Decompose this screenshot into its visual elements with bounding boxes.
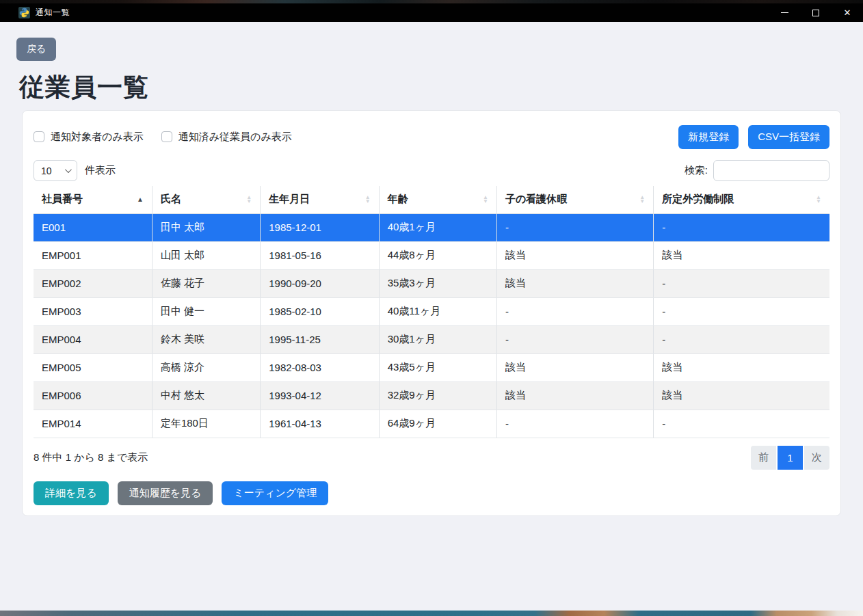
table-cell: 43歳5ヶ月 bbox=[379, 353, 496, 381]
table-cell: - bbox=[654, 410, 829, 438]
sort-icon: ▲▼ bbox=[246, 196, 252, 204]
sort-asc-icon: ▲▼ bbox=[137, 196, 144, 203]
window-controls: ✕ bbox=[769, 3, 863, 22]
pagination-page-1-button[interactable]: 1 bbox=[778, 446, 803, 470]
view-detail-button[interactable]: 詳細を見る bbox=[34, 481, 109, 505]
table-cell: 64歳9ヶ月 bbox=[379, 410, 496, 438]
table-cell: 1985-12-01 bbox=[261, 213, 379, 241]
column-header-label: 年齢 bbox=[388, 193, 408, 206]
table-cell: E001 bbox=[34, 213, 152, 241]
table-cell: EMP002 bbox=[34, 269, 152, 297]
maximize-button[interactable] bbox=[800, 3, 832, 22]
table-row[interactable]: EMP002佐藤 花子1990-09-2035歳3ヶ月該当- bbox=[34, 269, 829, 297]
filter-notified-employees[interactable]: 通知済み従業員のみ表示 bbox=[161, 131, 292, 144]
table-cell: 田中 健一 bbox=[152, 297, 260, 325]
table-cell: 1995-11-25 bbox=[261, 325, 379, 353]
table-cell: 40歳11ヶ月 bbox=[379, 297, 496, 325]
table-cell: EMP006 bbox=[34, 381, 152, 410]
column-header-label: 所定外労働制限 bbox=[662, 193, 734, 206]
table-cell: 中村 悠太 bbox=[152, 381, 260, 410]
table-cell: 定年180日 bbox=[152, 410, 260, 438]
table-row[interactable]: EMP003田中 健一1985-02-1040歳11ヶ月-- bbox=[34, 297, 829, 325]
table-cell: 山田 太郎 bbox=[152, 241, 260, 269]
table-cell: 該当 bbox=[654, 353, 829, 381]
employee-list-card: 通知対象者のみ表示 通知済み従業員のみ表示 新規登録 CSV一括登録 10 件表… bbox=[22, 110, 841, 516]
new-register-button[interactable]: 新規登録 bbox=[678, 125, 739, 149]
meeting-management-button[interactable]: ミーティング管理 bbox=[222, 481, 328, 505]
table-row[interactable]: EMP006中村 悠太1993-04-1232歳9ヶ月該当該当 bbox=[34, 381, 829, 410]
table-cell: 該当 bbox=[496, 353, 653, 381]
search-input[interactable] bbox=[713, 160, 829, 181]
table-row[interactable]: EMP005高橋 涼介1982-08-0343歳5ヶ月該当該当 bbox=[34, 353, 829, 381]
column-header-label: 生年月日 bbox=[269, 193, 310, 206]
table-cell: EMP014 bbox=[34, 410, 152, 438]
table-cell: 鈴木 美咲 bbox=[152, 325, 260, 353]
notify-targets-checkbox[interactable] bbox=[34, 131, 44, 142]
table-info: 8 件中 1 から 8 まで表示 bbox=[34, 451, 148, 464]
app-body: 戻る 従業員一覧 通知対象者のみ表示 通知済み従業員のみ表示 新規登録 CSV一… bbox=[0, 22, 863, 611]
table-cell: - bbox=[654, 213, 829, 241]
top-actions: 新規登録 CSV一括登録 bbox=[678, 125, 829, 149]
table-cell: 44歳8ヶ月 bbox=[379, 241, 496, 269]
notified-employees-checkbox[interactable] bbox=[161, 131, 172, 142]
table-cell: 1981-05-16 bbox=[261, 241, 379, 269]
titlebar: 通知一覧 ✕ bbox=[0, 3, 863, 22]
table-cell: 1990-09-20 bbox=[261, 269, 379, 297]
minimize-icon bbox=[781, 12, 788, 13]
pagination-prev-button[interactable]: 前 bbox=[751, 446, 776, 470]
python-app-icon bbox=[18, 7, 30, 18]
minimize-button[interactable] bbox=[769, 3, 800, 22]
table-row[interactable]: EMP004鈴木 美咲1995-11-2530歳1ヶ月-- bbox=[34, 325, 829, 353]
table-footer-row: 8 件中 1 から 8 まで表示 前 1 次 bbox=[34, 446, 829, 470]
chevron-down-icon bbox=[65, 166, 72, 173]
table-cell: 田中 太郎 bbox=[152, 213, 260, 241]
table-cell: 1982-08-03 bbox=[261, 353, 379, 381]
sort-icon: ▲▼ bbox=[483, 196, 488, 204]
table-row[interactable]: EMP014定年180日1961-04-1364歳9ヶ月-- bbox=[34, 410, 829, 438]
pagination-next-button[interactable]: 次 bbox=[804, 446, 829, 470]
table-cell: - bbox=[496, 325, 653, 353]
table-cell: 該当 bbox=[496, 269, 653, 297]
table-cell: 該当 bbox=[496, 241, 653, 269]
column-header[interactable]: 氏名▲▼ bbox=[152, 186, 260, 213]
column-header[interactable]: 所定外労働制限▲▼ bbox=[654, 186, 829, 213]
table-row[interactable]: E001田中 太郎1985-12-0140歳1ヶ月-- bbox=[34, 213, 829, 241]
filter-notify-targets[interactable]: 通知対象者のみ表示 bbox=[34, 131, 144, 144]
column-header[interactable]: 年齢▲▼ bbox=[379, 186, 496, 213]
table-cell: - bbox=[654, 269, 829, 297]
table-cell: 該当 bbox=[654, 381, 829, 410]
page-length-suffix: 件表示 bbox=[85, 164, 116, 177]
sort-icon: ▲▼ bbox=[639, 196, 645, 204]
table-cell: 1993-04-12 bbox=[261, 381, 379, 410]
page-length-value: 10 bbox=[41, 165, 52, 176]
sort-icon: ▲▼ bbox=[816, 196, 821, 204]
table-cell: - bbox=[496, 410, 653, 438]
search-label: 検索: bbox=[685, 164, 708, 177]
close-button[interactable]: ✕ bbox=[832, 3, 863, 22]
table-cell: 32歳9ヶ月 bbox=[379, 381, 496, 410]
table-row[interactable]: EMP001山田 太郎1981-05-1644歳8ヶ月該当該当 bbox=[34, 241, 829, 269]
table-cell: 1985-02-10 bbox=[261, 297, 379, 325]
csv-bulk-register-button[interactable]: CSV一括登録 bbox=[748, 125, 829, 149]
notified-employees-label: 通知済み従業員のみ表示 bbox=[178, 131, 292, 144]
page-title: 従業員一覧 bbox=[19, 70, 149, 105]
table-cell: EMP004 bbox=[34, 325, 152, 353]
column-header[interactable]: 生年月日▲▼ bbox=[261, 186, 379, 213]
table-cell: - bbox=[496, 297, 653, 325]
column-header-label: 子の看護休暇 bbox=[505, 193, 567, 206]
table-body: E001田中 太郎1985-12-0140歳1ヶ月--EMP001山田 太郎19… bbox=[34, 213, 829, 438]
page-length-select[interactable]: 10 bbox=[34, 160, 77, 181]
table-cell: 35歳3ヶ月 bbox=[379, 269, 496, 297]
column-header[interactable]: 子の看護休暇▲▼ bbox=[496, 186, 653, 213]
column-header[interactable]: 社員番号▲▼ bbox=[34, 186, 152, 213]
close-icon: ✕ bbox=[844, 8, 851, 17]
back-button[interactable]: 戻る bbox=[16, 38, 56, 61]
employee-table: 社員番号▲▼氏名▲▼生年月日▲▼年齢▲▼子の看護休暇▲▼所定外労働制限▲▼ E0… bbox=[34, 186, 829, 438]
table-cell: 1961-04-13 bbox=[261, 410, 379, 438]
table-cell: 該当 bbox=[654, 241, 829, 269]
table-cell: EMP001 bbox=[34, 241, 152, 269]
sort-icon: ▲▼ bbox=[365, 196, 371, 204]
view-notification-history-button[interactable]: 通知履歴を見る bbox=[118, 481, 213, 505]
table-cell: - bbox=[496, 213, 653, 241]
pagination: 前 1 次 bbox=[751, 446, 829, 470]
